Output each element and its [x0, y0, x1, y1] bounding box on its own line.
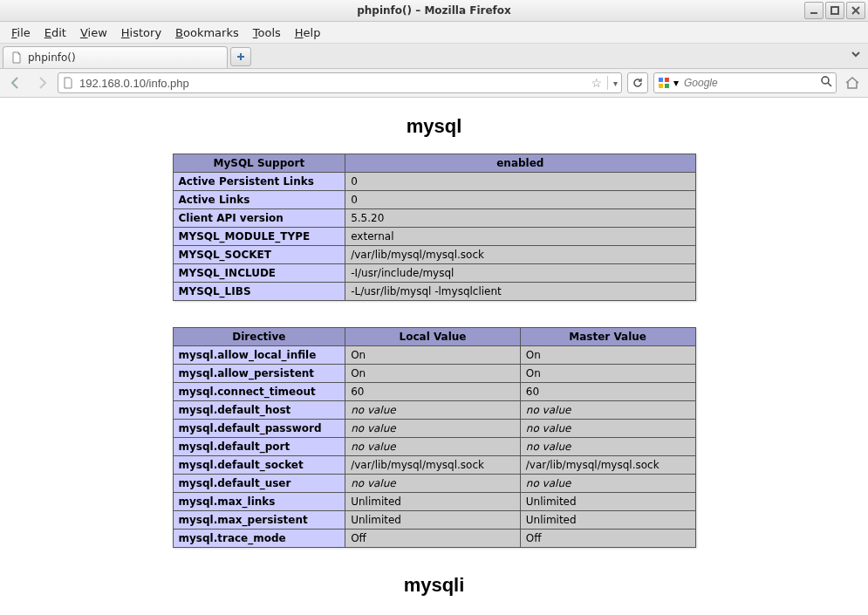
- new-tab-button[interactable]: [230, 47, 251, 66]
- table-cell-value: -L/usr/lib/mysql -lmysqlclient: [345, 283, 695, 301]
- table-row: MYSQL_SOCKET/var/lib/mysql/mysql.sock: [173, 246, 695, 264]
- menu-tools[interactable]: Tools: [247, 24, 287, 41]
- table-header: Master Value: [520, 328, 695, 346]
- table-row: mysql.allow_persistentOnOn: [173, 365, 695, 383]
- table-row: MYSQL_LIBS-L/usr/lib/mysql -lmysqlclient: [173, 283, 695, 301]
- table-cell-local: On: [345, 365, 521, 383]
- window-minimize-button[interactable]: [804, 2, 824, 19]
- table-header-row: MySQL Support enabled: [173, 154, 695, 173]
- menu-history[interactable]: History: [115, 24, 167, 41]
- table-cell-key: mysql.default_socket: [173, 456, 345, 475]
- table-cell-master: On: [520, 365, 695, 383]
- table-row: Active Links0: [173, 191, 695, 209]
- table-cell-value: 5.5.20: [345, 209, 695, 228]
- mysql-support-table: MySQL Support enabled Active Persistent …: [173, 154, 696, 301]
- search-engine-dropdown-icon[interactable]: ▾: [673, 77, 679, 89]
- menu-bookmarks[interactable]: Bookmarks: [169, 24, 245, 41]
- section-heading-mysqli: mysqli: [173, 574, 696, 597]
- menu-view[interactable]: View: [74, 24, 113, 41]
- table-cell-local: no value: [345, 438, 521, 456]
- table-row: MYSQL_MODULE_TYPEexternal: [173, 228, 695, 246]
- page-icon: [10, 51, 23, 64]
- table-row: mysql.max_persistentUnlimitedUnlimited: [173, 511, 695, 530]
- window-titlebar: phpinfo() – Mozilla Firefox: [0, 0, 868, 22]
- table-cell-key: mysql.default_host: [173, 401, 345, 420]
- table-cell-key: mysql.connect_timeout: [173, 383, 345, 401]
- table-cell-key: mysql.allow_local_infile: [173, 346, 345, 365]
- svg-line-11: [828, 83, 831, 86]
- table-cell-local: 60: [345, 383, 521, 401]
- url-dropdown-icon[interactable]: ▾: [613, 79, 618, 88]
- url-input[interactable]: [78, 76, 587, 91]
- bookmark-star-icon[interactable]: ☆: [591, 76, 602, 90]
- table-cell-master: 60: [520, 383, 695, 401]
- table-header: enabled: [345, 154, 695, 173]
- table-row: mysql.default_hostno valueno value: [173, 401, 695, 420]
- back-button[interactable]: [5, 72, 26, 93]
- section-heading-mysql: mysql: [173, 115, 696, 138]
- browser-viewport[interactable]: mysql MySQL Support enabled Active Persi…: [0, 98, 868, 615]
- table-cell-value: 0: [345, 191, 695, 209]
- table-row: mysql.default_passwordno valueno value: [173, 420, 695, 438]
- table-cell-key: mysql.default_password: [173, 420, 345, 438]
- table-row: mysql.default_userno valueno value: [173, 475, 695, 493]
- table-cell-key: mysql.trace_mode: [173, 530, 345, 548]
- table-cell-key: mysql.default_port: [173, 438, 345, 456]
- table-cell-value: 0: [345, 173, 695, 191]
- table-cell-key: Client API version: [173, 209, 345, 228]
- table-row: MYSQL_INCLUDE-I/usr/include/mysql: [173, 264, 695, 283]
- reload-button[interactable]: [627, 72, 648, 93]
- table-cell-master: no value: [520, 420, 695, 438]
- table-cell-local: no value: [345, 420, 521, 438]
- table-cell-value: external: [345, 228, 695, 246]
- table-cell-value: /var/lib/mysql/mysql.sock: [345, 246, 695, 264]
- table-row: mysql.trace_modeOffOff: [173, 530, 695, 548]
- search-bar[interactable]: ▾: [653, 72, 837, 93]
- table-cell-key: Active Persistent Links: [173, 173, 345, 191]
- table-row: Active Persistent Links0: [173, 173, 695, 191]
- home-button[interactable]: [842, 72, 863, 93]
- table-header-row: Directive Local Value Master Value: [173, 328, 695, 346]
- table-cell-local: Unlimited: [345, 511, 521, 530]
- table-cell-master: On: [520, 346, 695, 365]
- tab-bar: phpinfo(): [0, 44, 868, 69]
- window-maximize-button[interactable]: [825, 2, 844, 19]
- table-cell-master: Unlimited: [520, 493, 695, 511]
- table-row: mysql.default_portno valueno value: [173, 438, 695, 456]
- svg-rect-9: [665, 84, 669, 88]
- menu-edit[interactable]: Edit: [38, 24, 72, 41]
- window-close-button[interactable]: [846, 2, 865, 19]
- svg-rect-8: [659, 84, 663, 88]
- table-cell-local: Off: [345, 530, 521, 548]
- search-input[interactable]: [682, 76, 817, 90]
- svg-rect-7: [665, 78, 669, 82]
- table-cell-master: Off: [520, 530, 695, 548]
- menu-bar: File Edit View History Bookmarks Tools H…: [0, 22, 868, 44]
- menu-help[interactable]: Help: [289, 24, 327, 41]
- table-header: MySQL Support: [173, 154, 345, 173]
- table-cell-local: On: [345, 346, 521, 365]
- table-row: mysql.allow_local_infileOnOn: [173, 346, 695, 365]
- search-icon[interactable]: [821, 76, 832, 90]
- mysql-directive-table: Directive Local Value Master Value mysql…: [173, 327, 696, 548]
- table-cell-local: /var/lib/mysql/mysql.sock: [345, 456, 521, 475]
- table-cell-key: mysql.default_user: [173, 475, 345, 493]
- table-row: mysql.max_linksUnlimitedUnlimited: [173, 493, 695, 511]
- table-row: mysql.connect_timeout6060: [173, 383, 695, 401]
- browser-tab-active[interactable]: phpinfo(): [3, 46, 228, 68]
- table-cell-master: no value: [520, 475, 695, 493]
- table-cell-key: mysql.max_persistent: [173, 511, 345, 530]
- window-title: phpinfo() – Mozilla Firefox: [0, 4, 868, 17]
- tabs-dropdown-button[interactable]: [851, 49, 861, 62]
- table-cell-local: no value: [345, 401, 521, 420]
- table-cell-master: /var/lib/mysql/mysql.sock: [520, 456, 695, 475]
- address-bar[interactable]: ☆ ▾: [58, 72, 622, 93]
- navigation-toolbar: ☆ ▾ ▾: [0, 69, 868, 98]
- table-row: Client API version5.5.20: [173, 209, 695, 228]
- table-cell-value: -I/usr/include/mysql: [345, 264, 695, 283]
- table-cell-master: Unlimited: [520, 511, 695, 530]
- forward-button[interactable]: [31, 72, 52, 93]
- menu-file[interactable]: File: [5, 24, 37, 41]
- tab-title: phpinfo(): [28, 51, 76, 64]
- table-cell-key: MYSQL_LIBS: [173, 283, 345, 301]
